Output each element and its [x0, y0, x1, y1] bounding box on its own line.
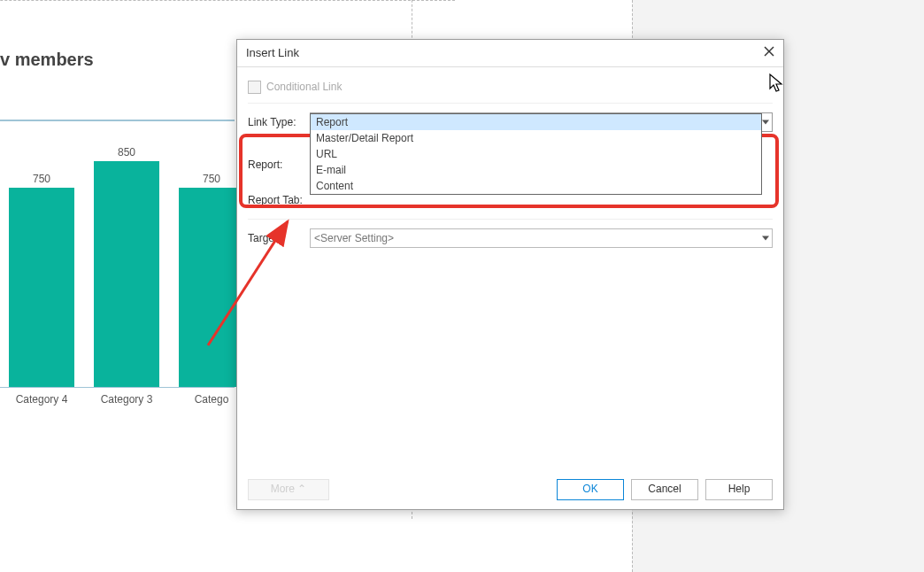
help-button[interactable]: Help — [705, 479, 773, 500]
dialog-titlebar: Insert Link — [237, 40, 783, 67]
ok-button[interactable]: OK — [557, 479, 624, 500]
background-bar-chart: v members 750 850 750 Category 4 Categor… — [0, 35, 235, 390]
chevron-down-icon — [762, 236, 769, 241]
link-type-dropdown: Report Master/Detail Report URL E-mail C… — [310, 113, 762, 195]
chevron-down-icon — [762, 120, 769, 125]
link-type-option-content[interactable]: Content — [311, 178, 761, 194]
chart-title-prefix: v — [0, 50, 15, 69]
more-button[interactable]: More ⌃ — [248, 479, 329, 500]
more-label: More ⌃ — [271, 483, 307, 495]
chart-category-label: Category 3 — [84, 393, 169, 406]
link-type-option-master-detail[interactable]: Master/Detail Report — [311, 130, 761, 146]
conditional-link-checkbox[interactable] — [248, 81, 261, 94]
chart-title-text: members — [15, 50, 94, 69]
report-tab-label: Report Tab: — [248, 194, 310, 206]
chart-value-label: 850 — [94, 146, 159, 158]
chart-title: v members — [0, 35, 230, 70]
report-label: Report: — [248, 158, 310, 171]
chart-bar — [94, 161, 159, 387]
close-button[interactable] — [760, 44, 778, 62]
conditional-link-checkbox-row: Conditional Link — [248, 76, 773, 97]
link-type-option-email[interactable]: E-mail — [311, 162, 761, 178]
close-icon — [764, 46, 774, 57]
link-type-option-report[interactable]: Report — [311, 114, 761, 130]
chart-category-label: Category 4 — [0, 393, 84, 406]
conditional-link-label: Conditional Link — [266, 81, 342, 93]
link-type-label: Link Type: — [248, 116, 310, 128]
chart-bar — [179, 188, 244, 387]
cancel-button[interactable]: Cancel — [631, 479, 698, 500]
target-label: Target: — [248, 232, 310, 244]
target-value: <Server Setting> — [314, 232, 394, 244]
link-type-option-url[interactable]: URL — [311, 146, 761, 162]
dialog-title-text: Insert Link — [246, 46, 299, 59]
chart-value-label: 750 — [179, 173, 244, 185]
chart-value-label: 750 — [9, 173, 74, 185]
target-select[interactable]: <Server Setting> — [310, 228, 773, 248]
chart-bar — [9, 188, 74, 387]
insert-link-dialog: Insert Link Conditional Link Link Type: … — [236, 39, 784, 510]
